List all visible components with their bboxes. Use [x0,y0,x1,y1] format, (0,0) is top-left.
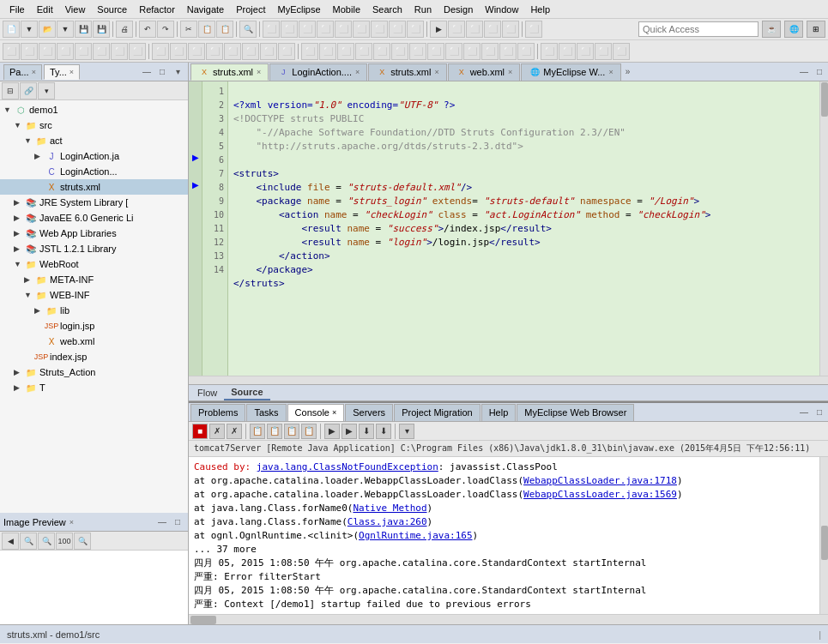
tb-btn6[interactable]: ⬜ [263,21,280,38]
console-btn8[interactable]: ▶ [324,424,340,439]
menu-mobile[interactable]: Mobile [327,3,366,16]
myweb-tab-close[interactable]: × [608,68,613,76]
tree-item-meta-inf[interactable]: ▶ 📁 META-INF [0,272,188,287]
tb2-btn19[interactable]: ⬜ [337,43,354,60]
tree-item-index-jsp[interactable]: JSP index.jsp [0,349,188,364]
tb-btn17[interactable]: ⬜ [466,21,483,38]
tree-item-jstl[interactable]: ▶ 📚 JSTL 1.2.1 Library [0,241,188,256]
tb-copy-btn[interactable]: 📋 [198,21,215,38]
tb-btn14[interactable]: ⬜ [407,21,424,38]
ip-btn2[interactable]: 🔍 [20,533,37,550]
ip-btn3[interactable]: 🔍 [38,533,55,550]
tb-btn13[interactable]: ⬜ [389,21,406,38]
console-btn10[interactable]: ⬇ [359,424,374,439]
tb2-btn24[interactable]: ⬜ [427,43,444,60]
tb-btn9[interactable]: ⬜ [317,21,334,38]
editor-maximize-btn[interactable]: □ [813,65,826,79]
tb2-btn12[interactable]: ⬜ [206,43,223,60]
maximize-left-btn[interactable]: □ [155,65,169,79]
tb2-btn26[interactable]: ⬜ [463,43,480,60]
toggle-javaee[interactable]: ▶ [14,214,24,222]
tb2-btn14[interactable]: ⬜ [242,43,259,60]
at4-link[interactable]: Class.java:260 [348,516,427,527]
tb2-btn2[interactable]: ⬜ [21,43,38,60]
toggle-t[interactable]: ▶ [14,383,24,392]
menu-project[interactable]: Project [230,3,271,16]
webxml-tab-close[interactable]: × [508,68,512,76]
toggle-meta[interactable]: ▶ [24,275,34,284]
tb2-btn8[interactable]: ⬜ [129,43,146,60]
tb-btn15[interactable]: ▶ [430,21,447,38]
tree-item-web-xml[interactable]: X web.xml [0,334,188,349]
tb-new-btn[interactable]: 📄 [3,21,20,38]
tb2-btn1[interactable]: ⬜ [3,43,20,60]
cnfe-link[interactable]: java.lang.ClassNotFoundException [257,461,438,472]
tree-item-t[interactable]: ▶ 📁 T [0,380,188,395]
tree-item-lib[interactable]: ▶ 📁 lib [0,303,188,318]
tb2-btn17[interactable]: ⬜ [301,43,318,60]
tb2-btn25[interactable]: ⬜ [445,43,462,60]
console-btn3[interactable]: ✗ [227,424,242,439]
tb2-btn13[interactable]: ⬜ [224,43,241,60]
editor-tab-web-xml[interactable]: X web.xml × [448,63,521,81]
minimize-left-btn[interactable]: — [140,65,154,79]
perspective-java-btn[interactable]: ☕ [762,21,781,38]
tb-btn20[interactable]: ⬜ [525,21,542,38]
console-tab[interactable]: Console × [287,404,345,421]
tb-cut-btn[interactable]: ✂ [180,21,197,38]
code-area[interactable]: ▶ ▶ 1 2 3 4 5 6 7 [189,81,828,376]
tb2-btn4[interactable]: ⬜ [57,43,74,60]
tb-btn16[interactable]: ⬜ [448,21,465,38]
menu-myeclipse[interactable]: MyEclipse [271,3,326,16]
tree-item-loginaction-ja[interactable]: ▶ J LoginAction.ja [0,148,188,164]
toggle-act[interactable]: ▼ [24,136,34,145]
type-hierarchy-tab[interactable]: Ty... × [44,64,80,80]
tb-open-btn[interactable]: 📂 [39,21,56,38]
menu-file[interactable]: File [3,3,31,16]
tb2-btn30[interactable]: ⬜ [541,43,558,60]
tb2-btn27[interactable]: ⬜ [481,43,499,60]
console-maximize-btn[interactable]: □ [813,406,826,419]
editor-vscrollbar-thumb[interactable] [821,82,828,117]
tree-item-webapp[interactable]: ▶ 📚 Web App Libraries [0,226,188,241]
editor-tab-myeclipse[interactable]: 🌐 MyEclipse W... × [521,63,620,81]
tb-print-btn[interactable]: 🖨 [116,21,133,38]
tree-item-act[interactable]: ▼ 📁 act [0,133,188,148]
tasks-tab[interactable]: Tasks [246,404,286,421]
toggle-web-inf[interactable]: ▼ [24,291,34,299]
perspective-web-btn[interactable]: 🌐 [784,21,803,38]
menu-edit[interactable]: Edit [31,3,59,16]
menu-search[interactable]: Search [366,3,408,16]
console-stop-btn[interactable]: ■ [192,424,208,439]
struts2-tab-close[interactable]: × [434,68,438,76]
tb2-btn5[interactable]: ⬜ [75,43,92,60]
at1-link[interactable]: WebappClassLoader.java:1718 [523,475,677,486]
package-explorer-tab[interactable]: Pa... × [3,64,42,80]
tb2-btn29[interactable]: ⬜ [517,43,535,60]
tree-item-javaee[interactable]: ▶ 📚 JavaEE 6.0 Generic Li [0,210,188,226]
ip-maximize-btn[interactable]: □ [171,515,184,529]
at5-link[interactable]: OgnlRuntime.java:165 [359,530,472,541]
at3-link[interactable]: Native Method [353,503,426,514]
tb-btn12[interactable]: ⬜ [371,21,388,38]
tb-btn10[interactable]: ⬜ [335,21,352,38]
console-output[interactable]: Caused by: java.lang.ClassNotFoundExcept… [189,457,819,614]
toggle-src[interactable]: ▼ [14,121,24,129]
tb-btn8[interactable]: ⬜ [299,21,316,38]
tb2-btn6[interactable]: ⬜ [93,43,110,60]
tb-btn18[interactable]: ⬜ [484,21,501,38]
la-tab-close[interactable]: × [355,68,360,76]
console-btn9[interactable]: ▶ [341,424,357,439]
servers-tab[interactable]: Servers [345,404,393,421]
problems-tab[interactable]: Problems [190,404,245,421]
tb2-btn33[interactable]: ⬜ [595,43,612,60]
toggle-webapp[interactable]: ▶ [14,229,24,238]
toggle-webroot[interactable]: ▼ [14,260,24,268]
menu-refactor[interactable]: Refactor [133,3,181,16]
tb2-btn28[interactable]: ⬜ [499,43,517,60]
tb2-btn31[interactable]: ⬜ [559,43,576,60]
toggle-jre[interactable]: ▶ [14,198,24,207]
tree-item-struts-xml[interactable]: X struts.xml [0,179,188,195]
editor-minimize-btn[interactable]: — [797,65,811,79]
tb-redo-btn[interactable]: ↷ [157,21,174,38]
